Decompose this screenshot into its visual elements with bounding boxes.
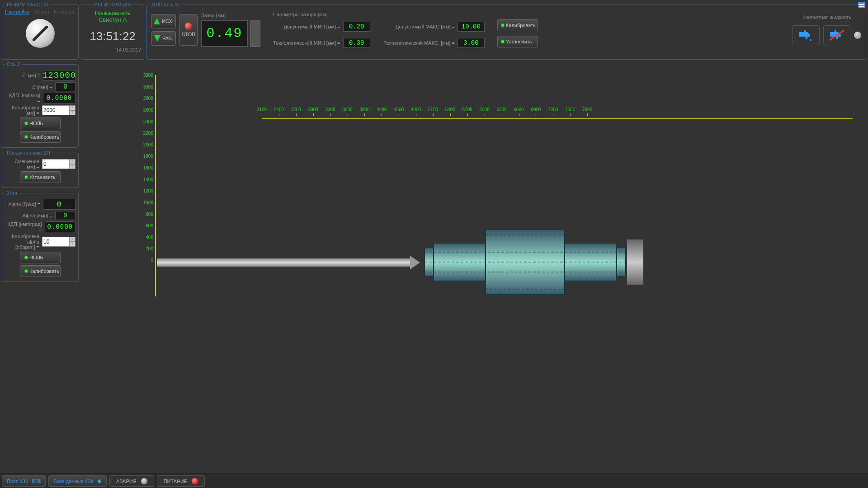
dp-preset-panel: Предустановка ДП Смещение [мм] = ▲▼ Уста… [2,150,79,188]
liquid-on-button[interactable] [793,25,820,45]
db-uzk-button[interactable]: База данных УЗК◉ [48,475,106,487]
reg-legend: РЕГИСТРАЦИЯ [93,2,133,7]
y-tick: 2600 [135,108,153,113]
y-tick: 600 [135,223,153,228]
x-tick: 3600 [342,107,352,112]
mode-dial[interactable] [26,19,55,48]
alpha-zero-button[interactable]: НОЛЬ [20,252,61,263]
clock-date: 14.02.2017 [84,47,141,52]
max-tech-value: 3.00 [458,38,485,48]
angle-panel: Угол Alpha [Град] =0 Alpha [имп] =0 КДП … [2,190,79,282]
y-tick: 2400 [135,119,153,124]
faucet-off-icon [828,28,846,42]
probe-tip [410,256,420,269]
z-calib-input[interactable] [42,105,69,115]
y-tick: 3000 [135,84,153,89]
y-tick: 200 [135,246,153,251]
alpha-calib-button[interactable]: Калибровать [20,265,61,277]
registration-panel: РЕГИСТРАЦИЯ Пользователь Свистун А 13:51… [81,2,144,60]
x-tick: 3000 [308,107,318,112]
liquid-label: Контактная жидкость [793,14,861,20]
x-tick: 3300 [325,107,335,112]
z-axis-panel: Ось Z Z [мм] =123000 Z [имп] =0 КДП [имп… [2,61,79,148]
x-tick: 6300 [496,107,506,112]
y-tick: 3200 [135,73,153,78]
y-axis [155,75,156,296]
z-mm-value: 123000 [43,70,75,81]
z-kdp-value: 0.0000 [43,93,75,103]
tab-setup[interactable]: Настройка [5,9,29,14]
x-ruler: 2100240027003000330036003900420045004800… [262,113,853,119]
database-icon: ◉ [97,478,102,484]
z-zero-button[interactable]: НОЛЬ [20,117,61,129]
set-button[interactable]: Установить [497,36,538,47]
bottom-bar: Пост УЗК▥▥ База данных УЗК◉ АВАРИЯ ПИТАН… [0,474,868,488]
user-name: Свистун А [84,16,141,23]
z-legend: Ось Z [5,61,22,67]
x-tick: 6000 [480,107,490,112]
mlp-panel: МЛП (ось X) ИСХ. РАБ. СТОП Зазор [мм] 0.… [146,2,866,60]
x-tick: 4200 [377,107,387,112]
y-tick: 2800 [135,96,153,101]
y-tick: 1800 [135,154,153,159]
alpha-imp-value: 0 [55,211,75,220]
calibrate-button[interactable]: Калибровать [497,19,538,31]
power-led [192,478,198,484]
x-tick: 7200 [548,107,558,112]
y-tick: 1600 [135,165,153,170]
z-imp-value: 0 [55,82,75,91]
y-tick: 1200 [135,188,153,193]
tab-control[interactable]: Контроль [54,9,75,14]
work-button[interactable]: РАБ. [151,31,176,46]
y-tick: 800 [135,212,153,217]
params-label: Параметры зазора [мм] [273,12,485,17]
gap-label: Зазор [мм] [201,13,260,18]
mlp-legend: МЛП (ось X) [150,2,181,7]
post-uzk-button[interactable]: Пост УЗК▥▥ [2,475,46,487]
alpha-calib-input[interactable] [42,237,69,247]
probe-shaft [157,258,410,267]
tab-block[interactable]: Запрет [33,9,50,14]
x-tick: 5100 [428,107,438,112]
x-tick: 4800 [411,107,421,112]
angle-legend: Угол [5,190,19,196]
gap-gauge [250,20,260,47]
rack-icon: ▥▥ [32,478,41,484]
x-tick: 4500 [394,107,404,112]
liquid-off-button[interactable] [823,25,850,45]
mode-panel: РЕЖИМ РАБОТЫ Настройка Запрет Контроль [2,2,79,60]
x-tick: 2700 [291,107,301,112]
plot-area: 0200400600800100012001400160018002000220… [135,75,866,282]
window-control-icon[interactable] [858,2,865,8]
min-allow-value: 0.20 [343,22,370,32]
liquid-led [854,32,861,39]
y-tick: 0 [135,258,153,263]
power-status: ПИТАНИЕ [157,475,205,487]
gap-display: 0.49 [201,20,248,47]
home-button[interactable]: ИСХ. [151,14,176,28]
dp-set-button[interactable]: Установить [20,171,61,183]
stop-icon [185,23,192,30]
y-tick: 400 [135,235,153,240]
max-allow-value: 10.00 [458,22,485,32]
alarm-led [141,478,147,484]
alpha-deg-value: 0 [43,199,75,210]
x-tick: 5400 [445,107,455,112]
x-tick: 2100 [257,107,267,112]
user-label: Пользователь [84,10,141,16]
x-tick: 3900 [359,107,369,112]
z-calib-button[interactable]: Калибровать [20,131,61,143]
dp-offset-input[interactable] [42,159,69,169]
min-tech-value: 0.30 [343,38,370,48]
y-tick: 2200 [135,131,153,136]
alpha-kdp-value: 0.0000 [45,221,75,232]
endcap [627,239,643,285]
x-tick: 7500 [565,107,575,112]
x-tick: 7800 [582,107,592,112]
x-tick: 5700 [462,107,472,112]
y-tick: 1400 [135,177,153,182]
x-tick: 6600 [514,107,524,112]
x-tick: 2400 [274,107,284,112]
stop-button[interactable]: СТОП [179,14,198,46]
dp-legend: Предустановка ДП [5,150,52,155]
